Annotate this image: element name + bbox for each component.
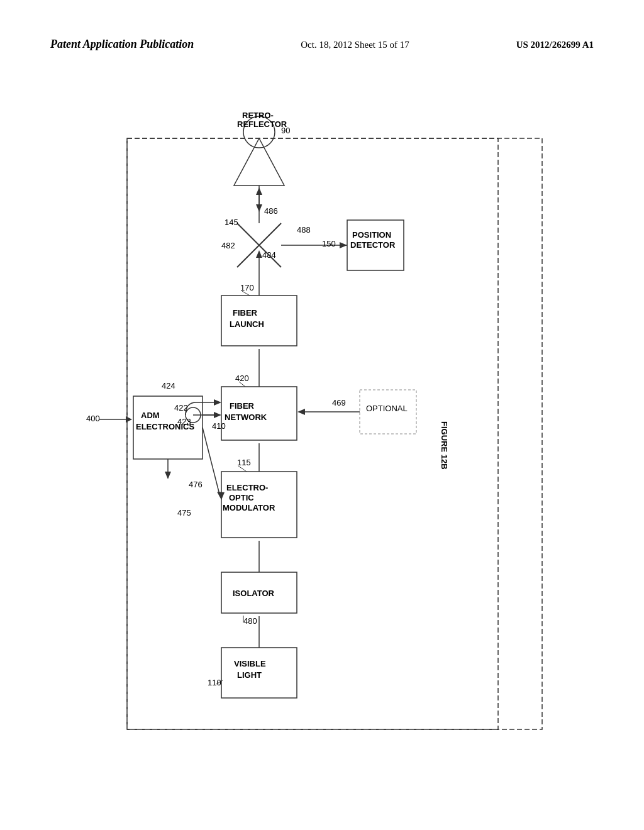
diagram-area: 400 VISIBLE LIGHT 110 ISOLATOR 480 ELECT… xyxy=(50,88,594,780)
label-adm-1: ADM xyxy=(141,411,160,420)
label-fn-2: NETWORK xyxy=(225,412,267,422)
svg-marker-36 xyxy=(165,472,171,479)
label-eom-1: ELECTRO- xyxy=(226,483,268,492)
ref-420: 420 xyxy=(235,374,249,383)
svg-marker-40 xyxy=(217,492,225,500)
label-fn-1: FIBER xyxy=(230,401,255,411)
page-header: Patent Application Publication Oct. 18, … xyxy=(50,38,594,51)
ref-482: 482 xyxy=(221,241,235,250)
ref-423: 423 xyxy=(177,417,191,426)
svg-marker-38 xyxy=(214,399,221,406)
circuit-diagram: 400 VISIBLE LIGHT 110 ISOLATOR 480 ELECT… xyxy=(50,88,594,780)
ref-469: 469 xyxy=(332,398,346,407)
label-visible-light-2: LIGHT xyxy=(237,670,262,680)
label-eom-2: OPTIC xyxy=(229,493,254,502)
label-isolator: ISOLATOR xyxy=(233,589,275,598)
svg-marker-3 xyxy=(126,416,132,423)
svg-marker-24 xyxy=(234,138,284,185)
ref-145: 145 xyxy=(225,218,238,227)
label-retro-2: REFLECTOR xyxy=(237,119,287,129)
label-visible-light-1: VISIBLE xyxy=(234,659,266,668)
svg-line-39 xyxy=(203,428,220,497)
ref-410: 410 xyxy=(212,421,226,431)
label-400: 400 xyxy=(86,414,100,423)
label-fl-2: LAUNCH xyxy=(230,319,264,329)
publication-title: Patent Application Publication xyxy=(50,38,194,51)
publication-date: Oct. 18, 2012 Sheet 15 of 17 xyxy=(301,40,409,50)
ref-90: 90 xyxy=(281,126,290,135)
ref-480: 480 xyxy=(243,616,257,626)
ref-424: 424 xyxy=(162,381,175,390)
label-optional: OPTIONAL xyxy=(366,404,408,413)
label-retro-1: RETRO- xyxy=(242,111,274,120)
ref-488: 488 xyxy=(297,225,311,235)
label-pd-1: POSITION xyxy=(352,230,391,240)
label-eom-3: MODULATOR xyxy=(223,503,275,512)
ref-150: 150 xyxy=(322,239,336,248)
label-fl-1: FIBER xyxy=(233,308,258,318)
svg-rect-1 xyxy=(127,138,542,729)
ref-476: 476 xyxy=(189,480,203,489)
ref-486: 486 xyxy=(264,206,278,216)
ref-475: 475 xyxy=(177,508,191,517)
page: Patent Application Publication Oct. 18, … xyxy=(0,0,644,830)
figure-label: FIGURE 12B xyxy=(440,421,449,470)
ref-115: 115 xyxy=(237,458,251,467)
publication-number: US 2012/262699 A1 xyxy=(516,40,594,50)
label-pd-2: DETECTOR xyxy=(350,240,396,250)
svg-marker-43 xyxy=(297,409,305,415)
svg-marker-27 xyxy=(256,204,262,212)
svg-marker-19 xyxy=(256,250,262,258)
svg-marker-29 xyxy=(340,242,347,248)
